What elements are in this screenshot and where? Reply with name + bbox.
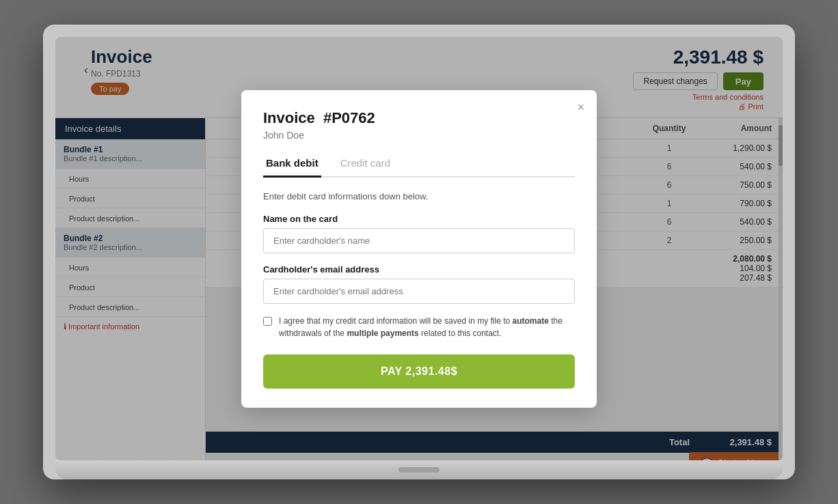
modal-close-button[interactable]: × [577,101,584,113]
payment-modal: × Invoice #P0762 John Doe Bank debit Cre… [241,90,597,408]
modal-description: Enter debit card informations down below… [263,191,575,201]
card-email-input[interactable] [263,279,575,304]
tab-bank-debit[interactable]: Bank debit [263,152,321,178]
card-email-label: Cardholder's email address [263,264,575,275]
laptop-notch [398,467,440,473]
laptop-frame: ‹ Invoice No. FPD1313 To pay 2,391.48 $ … [43,25,795,479]
laptop-screen: ‹ Invoice No. FPD1313 To pay 2,391.48 $ … [55,37,783,460]
modal-tabs: Bank debit Credit card [263,152,575,178]
modal-overlay: × Invoice #P0762 John Doe Bank debit Cre… [55,37,783,460]
pay-submit-button[interactable]: PAY 2,391.48$ [263,354,575,389]
agreement-row: I agree that my credit card information … [263,315,575,339]
card-name-input[interactable] [263,228,575,253]
card-name-label: Name on the card [263,214,575,224]
agreement-checkbox[interactable] [263,317,272,326]
modal-title: Invoice #P0762 [263,109,575,127]
tab-credit-card[interactable]: Credit card [338,152,393,178]
modal-invoice-ref: #P0762 [323,109,375,126]
invoice-page: ‹ Invoice No. FPD1313 To pay 2,391.48 $ … [55,37,783,460]
agreement-label: I agree that my credit card information … [279,315,575,339]
laptop-base [55,460,783,479]
modal-customer-name: John Doe [263,130,575,141]
